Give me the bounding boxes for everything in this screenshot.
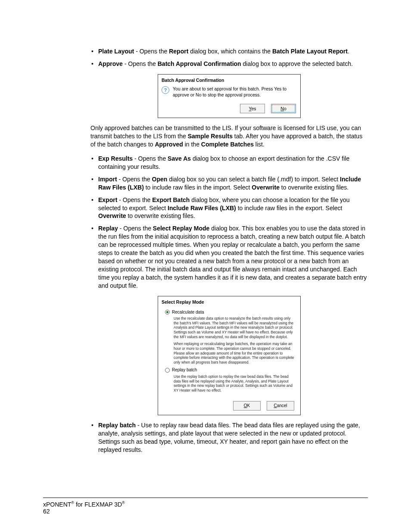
text: - Opens the bbox=[117, 176, 152, 183]
dialog-body: ? You are about to set approval for this… bbox=[158, 85, 300, 100]
bold: Batch Approval Confirmation bbox=[158, 60, 241, 67]
dialog-title: Select Replay Mode bbox=[158, 296, 300, 307]
label: Export bbox=[98, 196, 117, 203]
bullet-replay-batch: Replay batch - Use to replay raw bead da… bbox=[90, 421, 368, 454]
question-icon: ? bbox=[162, 86, 169, 94]
bottom-bullet-list: Replay batch - Use to replay raw bead da… bbox=[90, 421, 368, 454]
dialog-body: Recalculate data Use the recalculate dat… bbox=[158, 307, 300, 397]
text: - Use to replay raw bead data files. The… bbox=[98, 422, 360, 453]
label: Exp Results bbox=[98, 155, 133, 162]
text: - Opens the bbox=[117, 196, 152, 203]
dialog-title: Batch Approval Confirmation bbox=[158, 75, 300, 85]
batch-approval-dialog: Batch Approval Confirmation ? You are ab… bbox=[158, 74, 301, 118]
page-footer: xPONENT® for FLEXMAP 3D® 62 bbox=[43, 498, 368, 515]
bold: Overwrite bbox=[252, 184, 280, 191]
bold: Overwrite bbox=[98, 212, 126, 219]
radio-label: Recalculate data bbox=[172, 309, 204, 315]
select-replay-mode-dialog: Select Replay Mode Recalculate data Use … bbox=[158, 296, 301, 415]
bullet-approve: Approve - Opens the Batch Approval Confi… bbox=[90, 60, 368, 68]
text: dialog box to approve the selected batch… bbox=[241, 60, 353, 67]
page-number: 62 bbox=[43, 508, 368, 515]
product-name-1: xPONENT bbox=[43, 501, 71, 508]
no-button[interactable]: No bbox=[271, 104, 296, 113]
recalculate-desc-2: When replaying or recalculating large ba… bbox=[174, 342, 296, 364]
text: dialog box so you can select a batch fil… bbox=[167, 176, 340, 183]
dialog-message: You are about to set approval for this b… bbox=[173, 86, 297, 98]
replay-batch-desc: Use the replay batch option to replay th… bbox=[174, 374, 296, 393]
mid-bullet-list: Exp Results - Opens the Save As dialog b… bbox=[90, 155, 368, 289]
bold: Open bbox=[152, 176, 168, 183]
recalculate-desc-1: Use the recalculate data option to reana… bbox=[174, 316, 296, 339]
bold: Select Replay Mode bbox=[153, 225, 210, 232]
text: - Opens the bbox=[134, 48, 169, 55]
text: to overwrite existing files. bbox=[126, 212, 195, 219]
yes-button[interactable]: Yes bbox=[240, 104, 265, 113]
top-bullet-list: Plate Layout - Opens the Report dialog b… bbox=[90, 47, 368, 68]
radio-replay-batch[interactable]: Replay batch bbox=[165, 367, 296, 373]
text: to include raw files in the import. Sele… bbox=[144, 184, 252, 191]
cancel-button[interactable]: Cancel bbox=[267, 401, 294, 411]
label: Plate Layout bbox=[98, 48, 134, 55]
text: in the bbox=[183, 141, 201, 148]
bold: Export Batch bbox=[152, 196, 190, 203]
radio-recalculate[interactable]: Recalculate data bbox=[165, 309, 296, 315]
bullet-plate-layout: Plate Layout - Opens the Report dialog b… bbox=[90, 47, 368, 56]
text: for bbox=[74, 501, 84, 508]
text: to overwrite existing files. bbox=[280, 184, 349, 191]
text: dialog box. This box enables you to use … bbox=[98, 225, 367, 289]
bold: Sample Results bbox=[188, 133, 233, 140]
main-content: Plate Layout - Opens the Report dialog b… bbox=[90, 47, 368, 454]
bold: Complete Batches bbox=[201, 141, 254, 148]
bullet-exp-results: Exp Results - Opens the Save As dialog b… bbox=[90, 155, 368, 171]
text: . bbox=[348, 48, 349, 55]
dialog-buttons: OK Cancel bbox=[158, 397, 300, 415]
radio-label: Replay batch bbox=[172, 367, 197, 373]
text: - Opens the bbox=[123, 60, 158, 67]
bold: Batch Plate Layout Report bbox=[272, 48, 348, 55]
ok-button[interactable]: OK bbox=[233, 401, 261, 411]
product-name-2: FLEXMAP 3D bbox=[84, 501, 122, 508]
bold: Report bbox=[169, 48, 188, 55]
text: to include raw files in the export. Sele… bbox=[236, 205, 342, 212]
text: list. bbox=[254, 141, 265, 148]
dialog-buttons: Yes No bbox=[158, 100, 300, 118]
text: dialog box, which contains the bbox=[188, 48, 272, 55]
label: Import bbox=[98, 176, 117, 183]
bullet-replay: Replay - Opens the Select Replay Mode di… bbox=[90, 224, 368, 289]
mid-paragraph: Only approved batches can be transmitted… bbox=[90, 124, 368, 149]
label: Approve bbox=[98, 60, 123, 67]
label: Replay batch bbox=[98, 422, 136, 429]
bold: Save As bbox=[168, 155, 191, 162]
bullet-import: Import - Opens the Open dialog box so yo… bbox=[90, 175, 368, 192]
footer-line-1: xPONENT® for FLEXMAP 3D® bbox=[43, 501, 368, 508]
bold: Include Raw Files (LXB) bbox=[168, 205, 236, 212]
bullet-export: Export - Opens the Export Batch dialog b… bbox=[90, 196, 368, 221]
label: Replay bbox=[98, 225, 118, 232]
bold: Approved bbox=[155, 141, 183, 148]
page: Plate Layout - Opens the Report dialog b… bbox=[0, 0, 411, 532]
radio-icon bbox=[165, 310, 170, 314]
registered-mark: ® bbox=[122, 501, 125, 505]
text: - Opens the bbox=[133, 155, 168, 162]
text: - Opens the bbox=[118, 225, 153, 232]
radio-icon bbox=[165, 368, 170, 373]
